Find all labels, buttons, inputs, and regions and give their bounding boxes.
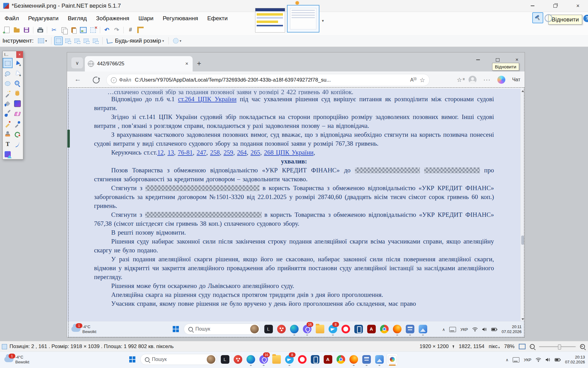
open-file-icon[interactable] — [12, 26, 21, 34]
grid-icon[interactable]: # — [126, 26, 135, 34]
calculator-icon[interactable] — [361, 353, 372, 366]
menu-шари[interactable]: Шари — [134, 12, 158, 25]
lasso-select-icon[interactable] — [3, 68, 13, 78]
hidden-icons-chevron[interactable]: ∧ — [506, 358, 509, 362]
cut-icon[interactable]: ✂ — [50, 26, 58, 34]
deselect-icon[interactable] — [89, 26, 97, 34]
statute-link[interactable]: 247 — [197, 149, 206, 156]
battery-icon[interactable] — [555, 358, 561, 362]
rectangle-select-icon[interactable] — [3, 58, 13, 68]
explorer-icon[interactable] — [315, 323, 326, 335]
image-tab-1[interactable] — [255, 8, 285, 33]
menu-файл[interactable]: Файл — [0, 12, 24, 25]
move-selected-pixels-icon[interactable] — [13, 58, 22, 68]
zoom-fit-icon[interactable] — [519, 344, 526, 349]
subtract-icon[interactable] — [73, 36, 81, 45]
move-selection-icon[interactable] — [13, 68, 22, 78]
close-button[interactable]: × — [573, 2, 582, 10]
menu-регулювання[interactable]: Регулювання — [158, 12, 202, 25]
viber-icon[interactable]: 16 — [258, 353, 269, 366]
unit-dropdown[interactable]: пікс▴ — [489, 343, 500, 350]
more-options-icon[interactable]: ··· — [483, 77, 491, 83]
edge-icon[interactable] — [289, 323, 300, 335]
favorite-star-icon[interactable]: ☆ — [420, 76, 425, 84]
zoom-slider[interactable] — [539, 346, 576, 347]
ellipse-select-icon[interactable] — [3, 78, 13, 88]
start-button[interactable] — [127, 354, 138, 365]
statute-link[interactable]: 13 — [168, 149, 174, 156]
opera-icon[interactable] — [297, 353, 308, 366]
phonelink-icon[interactable] — [353, 323, 364, 335]
print-icon[interactable] — [36, 26, 44, 34]
lightshot-icon[interactable] — [263, 323, 274, 335]
tools-panel-button[interactable] — [532, 12, 543, 23]
replace-selection-icon[interactable] — [54, 36, 63, 45]
paintbrush-icon[interactable] — [3, 109, 13, 119]
telegram-icon[interactable]: 8 — [284, 353, 295, 366]
explorer-icon[interactable] — [271, 353, 282, 366]
photos-icon[interactable] — [417, 323, 428, 335]
ruler-icon[interactable] — [136, 26, 145, 34]
edge-close-button[interactable]: × — [515, 57, 518, 63]
copilot-icon[interactable] — [497, 76, 505, 84]
acrobat-icon[interactable] — [322, 353, 334, 366]
battery-icon[interactable] — [491, 328, 497, 331]
palette-close-icon[interactable]: × — [16, 51, 23, 58]
volume-icon[interactable] — [482, 327, 487, 332]
new-tab-button[interactable]: + — [197, 59, 201, 68]
wifi-icon[interactable] — [472, 327, 478, 332]
scroll-up-icon[interactable] — [522, 90, 524, 92]
crop-to-selection-icon[interactable] — [79, 26, 88, 34]
restore-button[interactable] — [551, 2, 560, 10]
firefox-icon[interactable] — [348, 353, 359, 366]
reload-icon[interactable] — [93, 77, 100, 83]
statute-link[interactable]: 12 — [157, 149, 164, 156]
pan-icon[interactable] — [13, 88, 22, 98]
firefox-icon[interactable] — [392, 323, 403, 335]
opera-icon[interactable] — [340, 323, 351, 335]
scrollbar-thumb[interactable] — [521, 236, 524, 245]
language-indicator[interactable]: УКР — [524, 358, 531, 362]
clone-stamp-icon[interactable] — [3, 129, 13, 139]
paint-bucket-icon[interactable] — [3, 98, 13, 109]
canvas-area[interactable]: І... × T ∨ 442/9766/25 × + × Від — [0, 47, 588, 341]
canvas-image[interactable]: ∨ 442/9766/25 × + × Відновити ← i — [67, 52, 525, 337]
info-icon[interactable]: i — [111, 77, 117, 83]
read-aloud-icon[interactable]: A))) — [410, 77, 417, 83]
copy-icon[interactable] — [59, 26, 68, 34]
irfanview-icon[interactable] — [276, 323, 287, 335]
acrobat-icon[interactable] — [366, 323, 377, 335]
touch-keyboard-icon[interactable] — [513, 357, 519, 362]
selection-size-dropdown[interactable]: Будь-який розмір ▾ — [105, 36, 166, 45]
chrome-icon[interactable] — [379, 323, 390, 335]
photos-icon[interactable] — [374, 353, 385, 366]
image-list-chevron-icon[interactable]: ▾ — [322, 18, 327, 23]
intersect-icon[interactable] — [82, 36, 90, 45]
statute-link[interactable]: 265 — [251, 149, 260, 156]
zoom-tool-icon[interactable] — [13, 78, 22, 88]
telegram-icon[interactable]: 8 — [327, 323, 338, 335]
zoom-slider-knob[interactable] — [558, 344, 561, 350]
redo-icon[interactable]: ↷ — [112, 26, 121, 34]
menu-зображення[interactable]: Зображення — [91, 12, 134, 25]
text-tool-icon[interactable]: T — [3, 139, 13, 149]
tab-search-chevron-icon[interactable]: ∨ — [71, 57, 83, 68]
wifi-icon[interactable] — [536, 358, 541, 362]
hidden-icons-chevron[interactable]: ∧ — [442, 327, 445, 332]
eraser-icon[interactable] — [13, 109, 22, 119]
edge-icon[interactable] — [245, 353, 256, 366]
tab-close-icon[interactable]: × — [184, 61, 190, 67]
pencil-icon[interactable] — [3, 119, 13, 129]
search-box[interactable]: Пошук — [184, 324, 260, 335]
invert-xor-icon[interactable] — [91, 36, 100, 45]
statute-link[interactable]: 258 — [210, 149, 220, 156]
statute-link[interactable]: 264 — [237, 149, 247, 156]
menu-вигляд[interactable]: Вигляд — [63, 12, 91, 25]
viber-icon[interactable]: 16 — [302, 323, 313, 335]
zoom-out-icon[interactable]: - — [530, 344, 535, 349]
language-indicator[interactable]: УКР — [460, 327, 468, 332]
active-tool-dropdown[interactable]: ▾ — [36, 37, 49, 44]
calculator-icon[interactable] — [405, 323, 416, 335]
statute-link[interactable]: 76-81 — [178, 149, 193, 156]
chat-label[interactable]: Чат — [512, 77, 520, 82]
